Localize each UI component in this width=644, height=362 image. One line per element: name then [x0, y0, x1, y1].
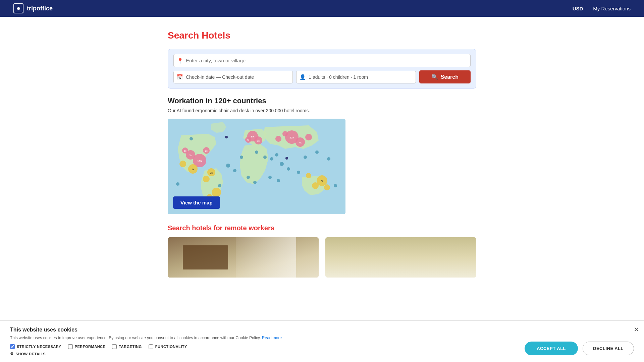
svg-text:2k: 2k: [192, 168, 194, 171]
svg-point-21: [275, 136, 281, 142]
calendar-icon: 📅: [177, 74, 183, 80]
svg-text:13k: 13k: [197, 160, 202, 163]
logo-icon: [13, 3, 23, 13]
svg-text:8k: 8k: [251, 135, 254, 138]
svg-point-45: [218, 184, 221, 187]
svg-point-19: [305, 134, 312, 140]
svg-point-49: [315, 150, 319, 154]
svg-point-41: [240, 156, 243, 159]
svg-point-48: [304, 156, 307, 159]
page-title: Search Hotels: [168, 30, 476, 41]
location-row: 📍: [173, 54, 471, 67]
main-content: Search Hotels 📍 📅 Check-in date — Check-…: [161, 17, 483, 278]
location-icon: 📍: [177, 57, 183, 64]
svg-point-57: [285, 157, 288, 160]
reservations-link[interactable]: My Reservations: [593, 6, 631, 11]
search-button[interactable]: 🔍 Search: [419, 70, 471, 83]
svg-point-39: [287, 167, 290, 171]
svg-text:12k: 12k: [289, 136, 294, 139]
view-map-button[interactable]: View the map: [173, 196, 220, 209]
brand-logo[interactable]: tripoffice: [13, 3, 53, 13]
svg-point-38: [280, 162, 284, 166]
svg-point-32: [312, 182, 319, 189]
search-icon: 🔍: [431, 74, 438, 80]
workation-section: Workation in 120+ countries Our AI found…: [168, 97, 476, 214]
svg-point-42: [255, 150, 258, 154]
world-map[interactable]: 13k 3k 2k 1k 8k 3k 1k 12k 4k: [168, 119, 345, 214]
hotel-card-1[interactable]: [168, 237, 319, 278]
svg-point-36: [233, 169, 236, 172]
svg-point-44: [275, 153, 278, 157]
svg-point-28: [212, 188, 221, 197]
svg-text:3k: 3k: [189, 154, 192, 157]
svg-point-20: [282, 131, 288, 136]
location-input[interactable]: [173, 54, 471, 67]
svg-text:1k: 1k: [247, 139, 250, 141]
guests-wrapper: 👤 1 adults · 0 children · 1 room: [296, 71, 416, 83]
svg-text:3k: 3k: [257, 140, 260, 142]
svg-point-33: [324, 184, 330, 190]
svg-text:2k: 2k: [210, 172, 213, 174]
navbar-right: USD My Reservations: [573, 6, 631, 11]
svg-point-46: [247, 176, 250, 179]
navbar: tripoffice USD My Reservations: [0, 0, 644, 17]
svg-point-52: [176, 182, 179, 186]
currency-selector[interactable]: USD: [573, 6, 583, 11]
svg-point-55: [190, 137, 193, 140]
brand-name: tripoffice: [27, 5, 53, 12]
search-header: Search Hotels: [168, 30, 476, 41]
workation-title: Workation in 120+ countries: [168, 97, 476, 105]
svg-point-34: [306, 173, 311, 178]
svg-point-37: [270, 157, 273, 161]
search-options-row: 📅 Check-in date — Check-out date 👤 1 adu…: [173, 70, 471, 83]
svg-text:3k: 3k: [321, 180, 323, 182]
svg-point-50: [327, 157, 330, 161]
svg-text:4k: 4k: [299, 141, 302, 144]
hotel-cards: [168, 237, 476, 278]
svg-point-53: [268, 176, 272, 179]
svg-point-47: [253, 181, 257, 184]
svg-point-24: [179, 161, 186, 167]
location-wrapper: 📍: [173, 54, 471, 67]
svg-text:2k: 2k: [205, 150, 208, 152]
date-wrapper: 📅 Check-in date — Check-out date: [173, 71, 293, 83]
hotel-card-2[interactable]: [325, 237, 476, 278]
guests-field[interactable]: 1 adults · 0 children · 1 room: [296, 71, 416, 83]
search-box: 📍 📅 Check-in date — Check-out date 👤 1 a…: [168, 49, 476, 88]
workation-description: Our AI found ergonomic chair and desk in…: [168, 108, 476, 113]
svg-point-40: [297, 171, 300, 174]
person-icon: 👤: [300, 74, 306, 80]
svg-point-54: [277, 179, 280, 182]
svg-point-43: [263, 156, 267, 159]
remote-section: Search hotels for remote workers: [168, 224, 476, 278]
remote-title: Search hotels for remote workers: [168, 224, 476, 232]
svg-point-56: [225, 136, 228, 138]
date-field[interactable]: Check-in date — Check-out date: [173, 71, 293, 83]
svg-point-35: [226, 164, 230, 168]
svg-text:1k: 1k: [184, 150, 186, 152]
svg-point-51: [334, 184, 337, 187]
svg-point-27: [203, 176, 210, 182]
